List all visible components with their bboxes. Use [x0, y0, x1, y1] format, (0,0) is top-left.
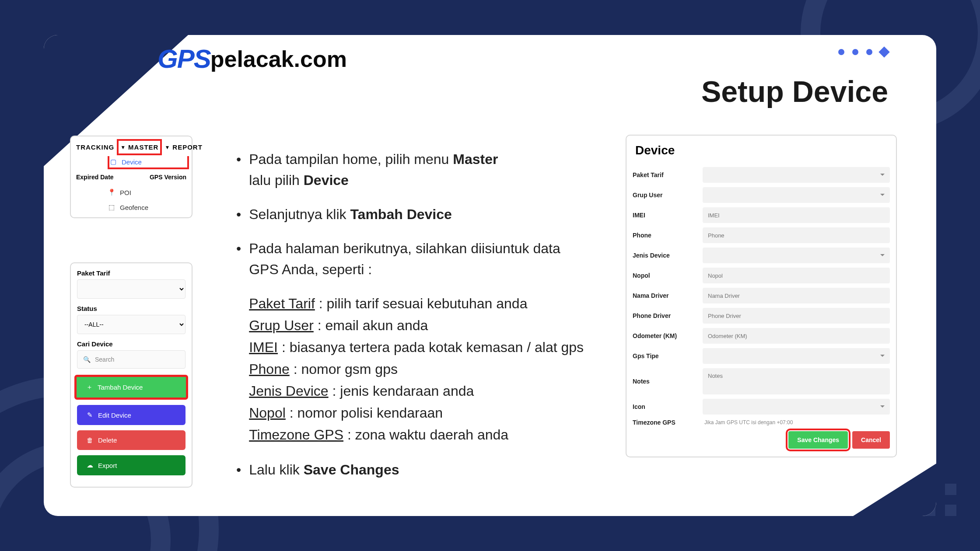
dot-icon [838, 49, 844, 55]
save-changes-button[interactable]: Save Changes [788, 431, 848, 449]
paket-label: Paket Tarif [77, 269, 186, 277]
paket-tarif-select[interactable] [703, 167, 890, 183]
add-device-button[interactable]: ＋Tambah Device [74, 375, 188, 400]
imei-input[interactable] [703, 207, 890, 223]
field-label: Grup User [633, 192, 703, 199]
dot-icon [852, 49, 858, 55]
device-form-screenshot: Device Paket Tarif Grup User IMEI Phone … [626, 135, 897, 457]
nopol-input[interactable] [703, 268, 890, 283]
gps-tipe-select[interactable] [703, 348, 890, 364]
field-label: Nama Driver [633, 292, 703, 299]
status-label: Status [77, 305, 186, 312]
diamond-icon [878, 46, 889, 57]
odometer-input[interactable] [703, 328, 890, 344]
menu-item-device[interactable]: ▢Device [108, 156, 189, 169]
trash-icon: 🗑 [86, 436, 94, 444]
field-label: Paket Tarif [633, 171, 703, 178]
tab-tracking[interactable]: TRACKING [74, 139, 117, 155]
field-label: Icon [633, 403, 703, 410]
device-icon: ▢ [109, 158, 117, 166]
timezone-hint: Jika Jam GPS UTC isi dengan +07:00 [703, 419, 890, 425]
jenis-device-select[interactable] [703, 248, 890, 263]
notes-textarea[interactable] [703, 368, 890, 394]
instructions: Pada tampilan home, pilih menu Masterlal… [236, 149, 612, 493]
logo-gps: GPS [158, 44, 210, 74]
brand-logo: GPSpelacak.com [158, 44, 347, 74]
bg-decoration [853, 464, 936, 516]
delete-button[interactable]: 🗑Delete [77, 430, 186, 450]
plus-icon: ＋ [85, 383, 93, 391]
field-label: Odometer (KM) [633, 332, 703, 339]
field-label: Phone [633, 232, 703, 239]
menu-item-geofence[interactable]: ⬚Geofence [108, 200, 189, 215]
field-label: Notes [633, 378, 703, 385]
field-label: Phone Driver [633, 312, 703, 319]
field-label: IMEI [633, 212, 703, 219]
menu-item-poi[interactable]: 📍POI [108, 185, 189, 200]
form-title: Device [633, 143, 890, 157]
cancel-button[interactable]: Cancel [852, 431, 890, 449]
grup-user-select[interactable] [703, 187, 890, 203]
edit-device-button[interactable]: ✎Edit Device [77, 405, 186, 425]
search-input[interactable]: 🔍Search [77, 350, 186, 369]
phone-driver-input[interactable] [703, 308, 890, 324]
status-select[interactable]: --ALL-- [77, 315, 186, 334]
slide-dots [838, 48, 888, 56]
icon-select[interactable] [703, 399, 890, 415]
cloud-download-icon: ☁ [86, 461, 94, 469]
nama-driver-input[interactable] [703, 288, 890, 303]
logo-text: pelacak.com [210, 46, 347, 72]
field-label: Jenis Device [633, 252, 703, 259]
slide-card: GPSpelacak.com Setup Device TRACKING ▼MA… [44, 35, 936, 516]
caret-down-icon: ▼ [164, 144, 170, 150]
menu-screenshot: TRACKING ▼MASTER ▼REPORT ▢Device Expired… [70, 136, 192, 218]
col-gps-version: GPS Version [150, 174, 186, 181]
dot-icon [866, 49, 872, 55]
tab-report[interactable]: ▼REPORT [162, 139, 205, 155]
field-label: Gps Tipe [633, 352, 703, 359]
phone-input[interactable] [703, 227, 890, 243]
export-button[interactable]: ☁Export [77, 455, 186, 475]
pin-icon: 📍 [108, 188, 116, 196]
tab-master[interactable]: ▼MASTER [117, 139, 162, 155]
caret-down-icon: ▼ [120, 144, 126, 150]
geofence-icon: ⬚ [108, 203, 116, 211]
col-expired: Expired Date [76, 174, 114, 181]
paket-select[interactable] [77, 279, 186, 299]
field-label: Nopol [633, 272, 703, 279]
search-label: Cari Device [77, 340, 186, 348]
search-icon: 🔍 [83, 356, 91, 363]
tools-screenshot: Paket Tarif Status --ALL-- Cari Device 🔍… [70, 262, 192, 488]
pencil-icon: ✎ [86, 411, 94, 419]
field-label: Timezone GPS [633, 419, 703, 426]
page-title: Setup Device [701, 74, 888, 108]
